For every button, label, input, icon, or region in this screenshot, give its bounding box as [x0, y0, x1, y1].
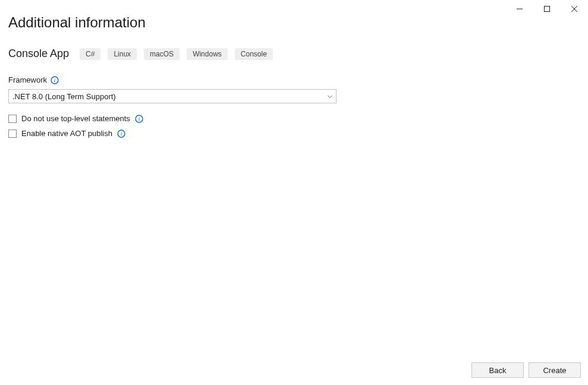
info-icon[interactable]: i	[117, 130, 125, 138]
tag-linux[interactable]: Linux	[108, 48, 137, 60]
aot-checkbox[interactable]	[8, 130, 17, 138]
project-type-label: Console App	[8, 48, 69, 60]
framework-label: Framework	[8, 75, 47, 84]
info-icon[interactable]: i	[51, 76, 59, 84]
top-level-checkbox[interactable]	[8, 115, 17, 123]
tag-console[interactable]: Console	[235, 48, 273, 60]
tag-csharp[interactable]: C#	[80, 48, 100, 60]
create-button[interactable]: Create	[529, 362, 581, 378]
framework-selected-value: .NET 8.0 (Long Term Support)	[12, 92, 116, 101]
chevron-down-icon	[328, 92, 332, 101]
tag-macos[interactable]: macOS	[144, 48, 180, 60]
svg-text:i: i	[121, 131, 122, 137]
svg-rect-1	[545, 7, 550, 12]
framework-dropdown[interactable]: .NET 8.0 (Long Term Support)	[8, 89, 337, 103]
svg-text:i: i	[54, 77, 56, 83]
svg-text:i: i	[139, 116, 140, 122]
subtitle-row: Console App C# Linux macOS Windows Conso…	[8, 48, 580, 60]
back-button[interactable]: Back	[471, 362, 524, 378]
page-title: Additional information	[8, 14, 580, 31]
footer-buttons: Back Create	[471, 362, 581, 378]
aot-label: Enable native AOT publish	[21, 129, 112, 138]
info-icon[interactable]: i	[135, 115, 143, 123]
tag-windows[interactable]: Windows	[187, 48, 228, 60]
top-level-label: Do not use top-level statements	[21, 114, 130, 123]
